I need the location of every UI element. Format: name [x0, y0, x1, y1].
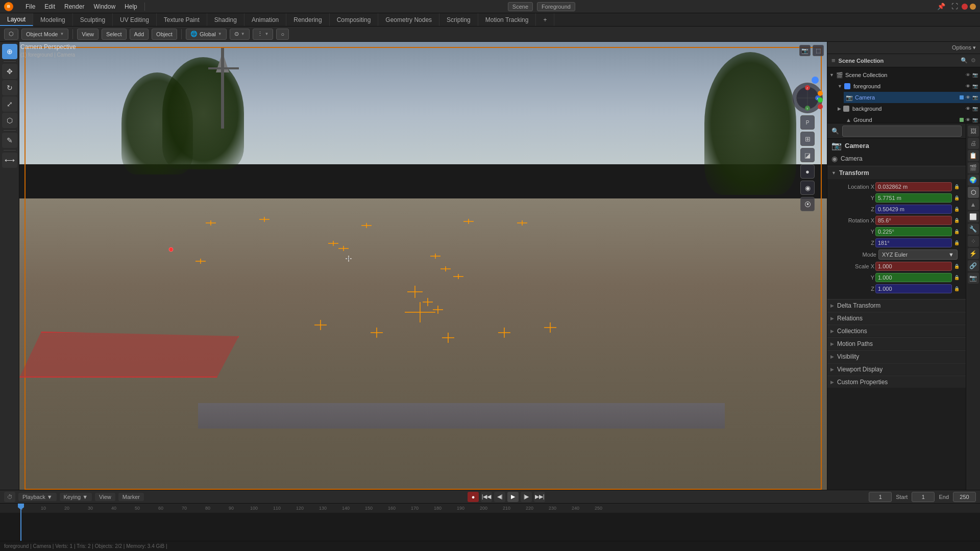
snap-btn[interactable]: ⋮ ▼	[253, 29, 274, 40]
location-x-field[interactable]: 0.032862 m	[875, 182, 952, 191]
visibility-section[interactable]: ▶ Visibility	[827, 350, 966, 362]
object-props-tab[interactable]: ⬡	[968, 187, 979, 198]
outliner-ground[interactable]: ▲ Ground 👁 📷	[844, 114, 980, 123]
move-tool-btn[interactable]: ✥	[2, 64, 17, 79]
menu-file[interactable]: File	[21, 2, 39, 11]
rotation-y-field[interactable]: 0.225°	[875, 227, 952, 236]
world-props-tab[interactable]: 🌍	[968, 174, 979, 186]
rotation-mode-dropdown[interactable]: XYZ Euler ▼	[878, 249, 958, 260]
lock-rot-y-icon[interactable]: 🔒	[954, 229, 960, 234]
shading-rendered-btn[interactable]: ⦿	[800, 197, 815, 211]
start-frame-input[interactable]	[912, 492, 935, 502]
scene-name[interactable]: Scene	[508, 2, 533, 11]
view-layer-name[interactable]: Foreground	[537, 2, 575, 11]
lock-location-y-icon[interactable]: 🔒	[954, 195, 960, 201]
end-frame-input[interactable]	[953, 492, 976, 502]
camera-passepartout-btn[interactable]: 📷	[799, 45, 811, 56]
physics-props-tab[interactable]: ⚡	[968, 248, 979, 259]
current-frame-input[interactable]	[869, 492, 892, 502]
perspective-toggle-btn[interactable]: P	[800, 115, 815, 130]
jump-end-btn[interactable]: ▶▶|	[534, 492, 545, 502]
render-props-tab[interactable]: 🖼	[968, 126, 979, 137]
options-label[interactable]: Options ▾	[952, 44, 976, 51]
render-icon-fg[interactable]: 📷	[972, 84, 978, 89]
tab-sculpting[interactable]: Sculpting	[73, 13, 113, 26]
eye-icon-cam[interactable]: 👁	[966, 95, 970, 100]
collections-section[interactable]: ▶ Collections	[827, 324, 966, 337]
properties-search-input[interactable]	[842, 126, 962, 137]
lock-scale-z-icon[interactable]: 🔒	[954, 286, 960, 291]
outliner-search-btn[interactable]: 🔍	[961, 57, 968, 64]
outliner-background[interactable]: ▶ background 👁 📷	[836, 103, 980, 114]
modifier-props-tab[interactable]: 🔧	[968, 223, 979, 235]
playback-btn[interactable]: Playback ▼	[18, 493, 57, 501]
keying-btn[interactable]: Keying ▼	[60, 493, 92, 501]
outliner-filter-btn[interactable]: ⚙	[971, 57, 976, 64]
jump-start-btn[interactable]: |◀◀	[481, 492, 492, 502]
lock-location-x-icon[interactable]: 🔒	[954, 184, 960, 189]
eye-icon-bg[interactable]: 👁	[966, 106, 970, 111]
menu-edit[interactable]: Edit	[40, 2, 59, 11]
select-btn[interactable]: Select	[102, 29, 127, 40]
tab-shading[interactable]: Shading	[207, 13, 244, 26]
overlay-btn[interactable]: ⊞	[800, 132, 815, 146]
view-layer-props-tab[interactable]: 📋	[968, 150, 979, 161]
measure-tool-btn[interactable]: ⟷	[2, 153, 17, 168]
menu-window[interactable]: Window	[89, 2, 119, 11]
view-timeline-btn[interactable]: View	[95, 493, 115, 501]
step-forward-btn[interactable]: |▶	[521, 492, 532, 502]
lock-scale-x-icon[interactable]: 🔒	[954, 264, 960, 269]
play-btn[interactable]: ▶	[507, 492, 519, 502]
tab-rendering[interactable]: Rendering	[286, 13, 329, 26]
outliner-scene-collection[interactable]: ▼ 🎬 Scene Collection 👁 📷	[827, 69, 980, 81]
render-icon-scene[interactable]: 📷	[972, 72, 978, 78]
material-props-tab[interactable]: ⬜	[968, 211, 979, 222]
transform-global-btn[interactable]: 🌐 Global ▼	[186, 29, 227, 40]
tab-modeling[interactable]: Modeling	[33, 13, 73, 26]
constraints-props-tab[interactable]: 🔗	[968, 260, 979, 271]
annotate-tool-btn[interactable]: ✎	[2, 133, 17, 148]
shading-solid-btn[interactable]: ●	[800, 164, 815, 179]
particles-props-tab[interactable]: ⁘	[968, 236, 979, 247]
pivot-btn[interactable]: ⊙ ▼	[230, 29, 250, 40]
transform-tool-btn[interactable]: ⬡	[2, 113, 17, 128]
render-region-btn[interactable]: ⬚	[813, 45, 824, 56]
tab-compositing[interactable]: Compositing	[330, 13, 379, 26]
close-button[interactable]	[962, 4, 968, 10]
render-icon-bg[interactable]: 📷	[972, 106, 978, 111]
shading-material-btn[interactable]: ◉	[800, 181, 815, 195]
marker-btn[interactable]: Marker	[118, 493, 144, 501]
tab-uv-editing[interactable]: UV Editing	[113, 13, 157, 26]
proportional-btn[interactable]: ○	[276, 29, 289, 40]
delta-transform-section[interactable]: ▶ Delta Transform	[827, 299, 966, 311]
location-y-field[interactable]: 5.7751 m	[875, 193, 952, 203]
add-btn[interactable]: Add	[130, 29, 149, 40]
outliner-camera[interactable]: 📷 Camera 👁 📷	[844, 92, 980, 103]
cursor-tool-btn[interactable]: ⊕	[2, 44, 17, 59]
menu-render[interactable]: Render	[60, 2, 88, 11]
viewport-display-section[interactable]: ▶ Viewport Display	[827, 363, 966, 375]
custom-properties-section[interactable]: ▶ Custom Properties	[827, 375, 966, 388]
lock-scale-y-icon[interactable]: 🔒	[954, 275, 960, 280]
lock-rot-x-icon[interactable]: 🔒	[954, 218, 960, 223]
scale-x-field[interactable]: 1.000	[875, 262, 952, 271]
view-btn[interactable]: View	[77, 29, 99, 40]
mesh-props-tab[interactable]: ▲	[968, 199, 979, 210]
relations-section[interactable]: ▶ Relations	[827, 312, 966, 324]
minimize-button[interactable]	[970, 4, 976, 10]
eye-icon-ground[interactable]: 👁	[966, 117, 970, 122]
editor-type-btn[interactable]: ⬡	[4, 29, 18, 40]
rotation-x-field[interactable]: 85.6°	[875, 216, 952, 225]
fullscreen-icon[interactable]: ⛶	[949, 2, 960, 12]
eye-icon-scene[interactable]: 👁	[966, 72, 970, 78]
scale-y-field[interactable]: 1.000	[875, 273, 952, 282]
shading-wireframe-btn[interactable]: ◪	[800, 148, 815, 162]
object-data-props-tab[interactable]: 📷	[968, 272, 979, 284]
timeline-type-btn[interactable]: ⏱	[4, 492, 15, 502]
render-icon-ground[interactable]: 📷	[972, 117, 978, 122]
menu-help[interactable]: Help	[120, 2, 141, 11]
tab-animation[interactable]: Animation	[244, 13, 286, 26]
rotate-tool-btn[interactable]: ↻	[2, 80, 17, 95]
outliner-foreground[interactable]: ▼ foreground 👁 📷	[836, 81, 980, 92]
eye-icon-fg[interactable]: 👁	[966, 84, 970, 89]
